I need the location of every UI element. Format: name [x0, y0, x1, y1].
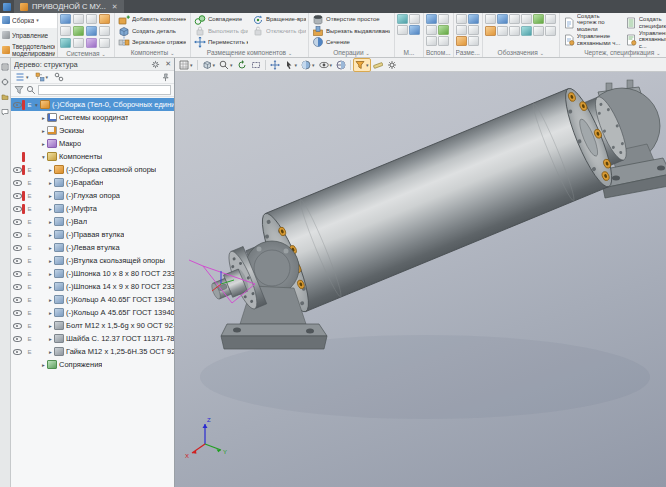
expand-arrow[interactable]: ▸ [47, 284, 54, 290]
item-label[interactable]: Болт М12 х 1,5-6g х 90 ОСТ 92-469... [66, 321, 174, 330]
item-label[interactable]: (-)Кольцо А 40.65Г ГОСТ 13940-86 [66, 295, 174, 304]
expand-arrow[interactable]: ▾ [33, 102, 40, 108]
item-label[interactable]: (-)Шпонка 14 х 9 х 80 ГОСТ 23360-... [66, 282, 174, 291]
expand-arrow[interactable]: ▸ [47, 180, 54, 186]
help-icon[interactable] [99, 38, 110, 48]
mirror-components-button[interactable]: Зеркальное отражение ко... [117, 37, 187, 48]
thread-designation-icon[interactable] [497, 26, 508, 36]
expand-arrow[interactable]: ▸ [47, 310, 54, 316]
expand-arrow[interactable]: ▸ [40, 141, 47, 147]
manage-linked-drawings-button[interactable]: Управление связанными ч... [562, 31, 622, 48]
datum-icon[interactable] [509, 14, 520, 24]
item-label[interactable]: (-)Втулка скользящей опоры [66, 256, 165, 265]
manage-linked-specs-button[interactable]: Управление связанными с... [624, 31, 666, 48]
visibility-eye-icon[interactable] [13, 204, 22, 213]
table-icon[interactable] [521, 26, 532, 36]
item-label[interactable]: (-)Кольцо А 45.65Г ГОСТ 13940-86 [66, 308, 174, 317]
tree-item[interactable]: ▸ Системы координат [11, 111, 174, 124]
aux-plane-icon[interactable] [426, 14, 437, 24]
tree-item[interactable]: Е ▸ (-)Глухая опора [11, 189, 174, 202]
leader-icon[interactable] [497, 14, 508, 24]
save-icon[interactable] [86, 26, 97, 36]
panel-tab-libraries-icon[interactable] [1, 93, 9, 101]
pattern-icon[interactable] [409, 14, 420, 24]
visibility-eye-icon[interactable] [13, 178, 22, 187]
filter-funnel-icon[interactable] [14, 85, 24, 95]
copy-feature-icon[interactable] [397, 25, 408, 35]
tree-search-input[interactable] [38, 85, 171, 95]
note-icon[interactable] [509, 26, 520, 36]
view-arrow-icon[interactable] [545, 26, 556, 36]
section-button[interactable]: Сечение [311, 37, 391, 48]
overflow-icon[interactable]: ⌄ [102, 51, 106, 57]
item-label[interactable]: (-)Вал [66, 217, 87, 226]
tree-item[interactable]: ▸ Сопряжения [11, 358, 174, 371]
panel-settings-gear-icon[interactable] [151, 60, 160, 69]
tree-item[interactable]: Е ▸ (-)Муфта [11, 202, 174, 215]
rebuild-button[interactable] [236, 59, 248, 71]
local-csys-icon[interactable] [438, 25, 449, 35]
aux-curve-icon[interactable] [438, 36, 449, 46]
tree-item[interactable]: Е ▸ Шайба С. 12.37 ГОСТ 11371-78 (д1) [11, 332, 174, 345]
control-point-icon[interactable] [426, 36, 437, 46]
expand-arrow[interactable]: ▸ [47, 193, 54, 199]
drum-shell[interactable] [265, 89, 609, 312]
select-cursor-button[interactable]: ▾ [283, 59, 299, 71]
expand-arrow[interactable]: ▸ [47, 323, 54, 329]
aux-axis-icon[interactable] [438, 14, 449, 24]
mirror-feature-icon[interactable] [409, 25, 420, 35]
tree-item[interactable]: Е ▸ (-)Левая втулка [11, 241, 174, 254]
tree-item[interactable]: Е ▸ (-)Шпонка 14 х 9 х 80 ГОСТ 23360-... [11, 280, 174, 293]
expand-arrow[interactable]: ▸ [47, 245, 54, 251]
roughness-icon[interactable] [521, 14, 532, 24]
visibility-eye-icon[interactable] [13, 217, 22, 226]
overflow-icon[interactable]: ⌄ [170, 50, 174, 56]
item-label[interactable]: (-)Левая втулка [66, 243, 120, 252]
properties-icon[interactable] [60, 38, 71, 48]
expand-arrow[interactable]: ▸ [47, 206, 54, 212]
cut-extrude-button[interactable]: Вырезать выдавливанием [311, 25, 391, 36]
item-label[interactable]: (-)Барабан [66, 178, 103, 187]
expand-arrow[interactable]: ▸ [47, 336, 54, 342]
tree-item[interactable]: ▸ Эскизы [11, 124, 174, 137]
visibility-eye-icon[interactable] [13, 334, 22, 343]
3d-scene[interactable]: Z Y X [175, 72, 666, 487]
section-line-icon[interactable] [533, 26, 544, 36]
expand-arrow[interactable]: ▸ [40, 115, 47, 121]
radial-dimension-icon[interactable] [456, 25, 467, 35]
print-icon[interactable] [99, 26, 110, 36]
redo-icon[interactable] [60, 26, 71, 36]
item-label[interactable]: Компоненты [59, 152, 102, 161]
coincidence-button[interactable]: Совпадение [193, 14, 249, 25]
tree-pin-button[interactable] [160, 72, 171, 83]
tab-close-icon[interactable]: ✕ [112, 3, 118, 11]
overflow-icon[interactable]: ⌄ [540, 50, 544, 56]
item-label[interactable]: (-)Правая втулка [66, 230, 124, 239]
ribbon-mode-solid-modeling[interactable]: Твердотельное моделирование [0, 42, 57, 57]
array-icon[interactable] [397, 14, 408, 24]
overflow-icon[interactable]: ⌄ [366, 50, 370, 56]
item-label[interactable]: Системы координат [59, 113, 128, 122]
visibility-eye-icon[interactable] [13, 230, 22, 239]
item-label[interactable]: (-)Сборка (Тел-0, Сборочных едини... [52, 100, 174, 109]
item-label[interactable]: Макро [59, 139, 81, 148]
expand-arrow[interactable]: ▸ [47, 232, 54, 238]
tree-item[interactable]: Е ▸ (-)Правая втулка [11, 228, 174, 241]
visibility-eye-icon[interactable] [13, 165, 22, 174]
angular-dimension-icon[interactable] [468, 14, 479, 24]
create-part-button[interactable]: Создать деталь [117, 25, 187, 36]
tree-item[interactable]: Е ▸ (-)Вал [11, 215, 174, 228]
paste-icon[interactable] [60, 14, 71, 24]
visibility-eye-icon[interactable] [13, 100, 22, 109]
tree-view-mode-button[interactable]: ▾ [14, 71, 30, 83]
linear-dimension-icon[interactable] [456, 14, 467, 24]
diameter-dimension-icon[interactable] [468, 25, 479, 35]
view-settings-button[interactable] [386, 59, 398, 71]
tree-item[interactable]: Е ▸ (-)Кольцо А 40.65Г ГОСТ 13940-86 [11, 293, 174, 306]
simple-hole-button[interactable]: Отверстие простое [311, 14, 391, 25]
item-label[interactable]: (-)Муфта [66, 204, 97, 213]
visibility-eye-icon[interactable] [13, 308, 22, 317]
overflow-icon[interactable]: ⌄ [288, 50, 292, 56]
item-label[interactable]: Шайба С. 12.37 ГОСТ 11371-78 (д1) [66, 334, 174, 343]
expand-arrow[interactable]: ▸ [47, 258, 54, 264]
